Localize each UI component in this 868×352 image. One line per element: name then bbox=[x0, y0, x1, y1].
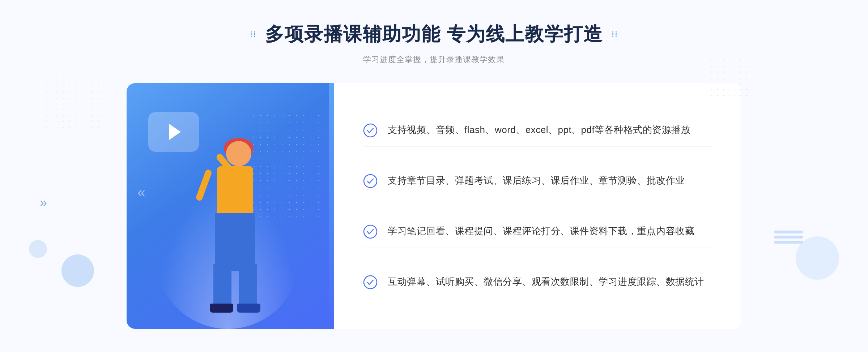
content-area: « bbox=[127, 83, 741, 329]
circle-decoration-left bbox=[61, 254, 94, 287]
svg-point-2 bbox=[364, 225, 377, 238]
svg-point-0 bbox=[364, 124, 377, 137]
figure-pants bbox=[215, 213, 255, 271]
feature-text-3: 学习笔记回看、课程提问、课程评论打分、课件资料下载，重点内容收藏 bbox=[388, 224, 694, 239]
features-panel: 支持视频、音频、flash、word、excel、ppt、pdf等各种格式的资源… bbox=[334, 83, 741, 329]
header-dots-left: ⁞⁞ bbox=[250, 30, 256, 39]
figure-leg-right bbox=[239, 264, 257, 307]
feature-item-4: 互动弹幕、试听购买、微信分享、观看次数限制、学习进度跟踪、数据统计 bbox=[363, 266, 712, 298]
page-subtitle: 学习进度全掌握，提升录播课教学效果 bbox=[250, 54, 618, 65]
feature-text-1: 支持视频、音频、flash、word、excel、ppt、pdf等各种格式的资源… bbox=[388, 123, 690, 138]
page-container: » ⁞⁞ 多项录播课辅助功能 专为线上教学打造 ⁞⁞ 学习进度全掌握，提升录播课… bbox=[0, 0, 868, 352]
check-circle-icon-4 bbox=[363, 275, 378, 289]
figure-head bbox=[226, 141, 251, 166]
figure-arm-down bbox=[195, 169, 213, 202]
check-circle-icon-2 bbox=[363, 174, 378, 188]
figure-leg-left bbox=[213, 264, 231, 307]
svg-point-3 bbox=[364, 276, 377, 289]
dots-decoration-right bbox=[709, 58, 752, 101]
check-circle-icon-1 bbox=[363, 123, 378, 138]
page-title: 多项录播课辅助功能 专为线上教学打造 bbox=[265, 22, 603, 47]
feature-item-1: 支持视频、音频、flash、word、excel、ppt、pdf等各种格式的资源… bbox=[363, 114, 712, 147]
header-section: ⁞⁞ 多项录播课辅助功能 专为线上教学打造 ⁞⁞ 学习进度全掌握，提升录播课教学… bbox=[250, 22, 618, 65]
feature-text-2: 支持章节目录、弹题考试、课后练习、课后作业、章节测验、批改作业 bbox=[388, 173, 685, 188]
illustration-chevrons: « bbox=[137, 184, 142, 201]
illustration-panel: « bbox=[127, 83, 329, 329]
circle-decoration-small bbox=[29, 240, 47, 258]
lines-decoration bbox=[774, 231, 803, 244]
header-dots-right: ⁞⁞ bbox=[612, 30, 618, 39]
svg-point-1 bbox=[364, 175, 377, 188]
header-title-row: ⁞⁞ 多项录播课辅助功能 专为线上教学打造 ⁞⁞ bbox=[250, 22, 618, 47]
blue-divider-bar bbox=[329, 83, 334, 329]
illustration-figure bbox=[170, 119, 286, 329]
chevron-left-decoration: » bbox=[40, 195, 47, 210]
check-circle-icon-3 bbox=[363, 224, 378, 239]
feature-item-3: 学习笔记回看、课程提问、课程评论打分、课件资料下载，重点内容收藏 bbox=[363, 215, 712, 248]
figure-shoe-left bbox=[210, 304, 233, 313]
feature-item-2: 支持章节目录、弹题考试、课后练习、课后作业、章节测验、批改作业 bbox=[363, 164, 712, 197]
figure-shoe-right bbox=[237, 304, 260, 313]
dots-decoration-left bbox=[43, 72, 101, 130]
feature-text-4: 互动弹幕、试听购买、微信分享、观看次数限制、学习进度跟踪、数据统计 bbox=[388, 274, 704, 289]
